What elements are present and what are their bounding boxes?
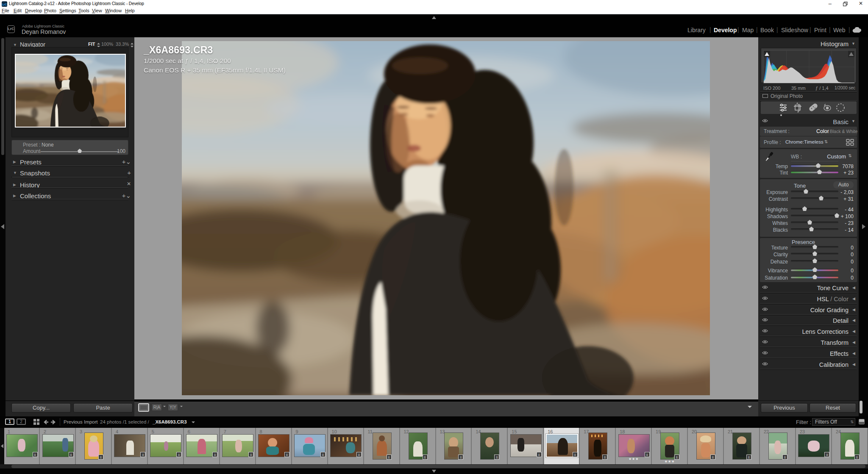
svg-text:LrC: LrC [2, 3, 7, 6]
